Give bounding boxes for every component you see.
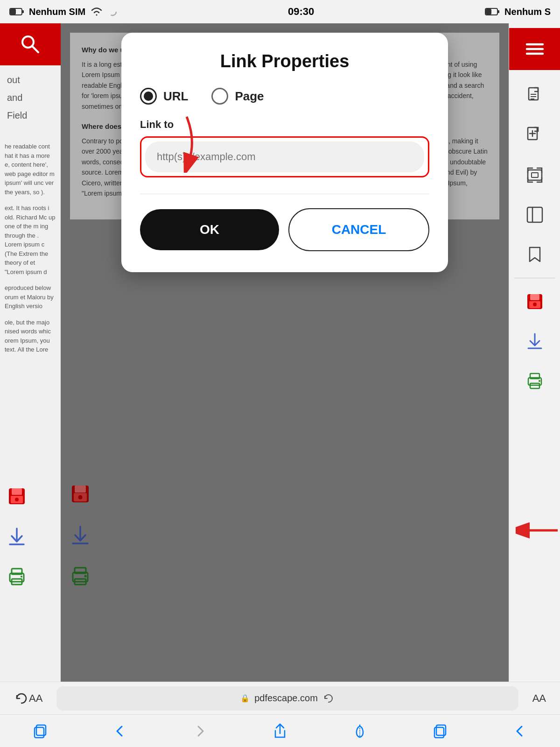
modal-divider bbox=[140, 194, 429, 194]
bookmark-icon bbox=[526, 246, 544, 263]
radio-url[interactable]: URL bbox=[140, 88, 188, 105]
refresh-left[interactable] bbox=[14, 691, 29, 706]
svg-rect-41 bbox=[532, 173, 538, 177]
svg-rect-5 bbox=[497, 10, 499, 13]
left-text-out: out bbox=[7, 75, 54, 85]
svg-rect-2 bbox=[10, 9, 16, 14]
svg-point-12 bbox=[15, 498, 19, 501]
back-icon bbox=[113, 725, 126, 738]
bottom-url-bar: AA 🔒 pdfescape.com AA bbox=[0, 682, 560, 714]
scan-icon bbox=[526, 166, 544, 184]
left-text-field: Field bbox=[7, 110, 54, 121]
download-icon-left[interactable] bbox=[7, 527, 27, 548]
url-input-wrapper bbox=[140, 136, 429, 177]
right-sidebar bbox=[509, 23, 560, 682]
aa-right[interactable]: AA bbox=[532, 692, 546, 705]
svg-line-8 bbox=[32, 46, 38, 52]
status-bar-time: 09:30 bbox=[288, 6, 314, 18]
status-bar: Nenhum SIM 09:30 Nenhum S bbox=[0, 0, 560, 23]
right-sidebar-header bbox=[509, 28, 560, 70]
svg-rect-1 bbox=[22, 10, 24, 13]
share-btn[interactable] bbox=[266, 719, 294, 743]
link-properties-modal: Link Properties URL Page Link to bbox=[121, 33, 448, 272]
url-input[interactable] bbox=[145, 141, 424, 172]
svg-point-53 bbox=[539, 380, 540, 382]
left-btn[interactable] bbox=[506, 719, 534, 743]
svg-point-47 bbox=[533, 303, 537, 306]
bottom-nav bbox=[0, 714, 560, 747]
bookmark-icon-btn[interactable] bbox=[518, 238, 551, 271]
add-document-icon-btn[interactable] bbox=[518, 119, 551, 152]
forward-icon bbox=[194, 725, 207, 738]
radio-page[interactable]: Page bbox=[211, 88, 264, 105]
add-document-icon bbox=[526, 127, 544, 144]
svg-point-3 bbox=[109, 8, 116, 15]
radio-url-circle[interactable] bbox=[140, 88, 157, 105]
share-icon bbox=[273, 723, 287, 739]
right-arrow-annotation bbox=[516, 512, 560, 551]
left-panel-content: out and Field bbox=[0, 65, 61, 137]
radio-page-label: Page bbox=[235, 89, 264, 104]
search-icon-left[interactable] bbox=[19, 33, 42, 56]
left-panel-header bbox=[0, 23, 61, 65]
panel-icon bbox=[526, 206, 544, 224]
svg-rect-45 bbox=[530, 294, 539, 300]
save-icon bbox=[526, 293, 544, 310]
refresh-in-bar[interactable] bbox=[322, 692, 335, 705]
radio-url-label: URL bbox=[163, 89, 188, 104]
scan-icon-btn[interactable] bbox=[518, 159, 551, 191]
modal-overlay: Link Properties URL Page Link to bbox=[61, 23, 509, 682]
left-action-icons bbox=[7, 486, 27, 588]
download-icon-btn[interactable] bbox=[518, 325, 551, 358]
center-area: Why do we use it? It is a long establish… bbox=[61, 23, 509, 682]
forward-btn[interactable] bbox=[186, 719, 214, 743]
refresh-icon-left[interactable] bbox=[14, 691, 29, 706]
url-text: pdfescape.com bbox=[254, 693, 318, 704]
panel-icon-btn[interactable] bbox=[518, 198, 551, 231]
svg-rect-6 bbox=[486, 9, 491, 14]
link-to-label: Link to bbox=[140, 119, 429, 131]
battery-icon bbox=[9, 7, 24, 16]
tabs-left-btn[interactable] bbox=[26, 719, 54, 743]
status-bar-left: Nenhum SIM bbox=[9, 7, 117, 17]
battery-icon-right bbox=[485, 7, 500, 16]
save-icon-btn[interactable] bbox=[518, 285, 551, 318]
download-icon bbox=[526, 332, 544, 350]
left-panel: out and Field he readable cont hat it ha… bbox=[0, 23, 61, 682]
left-panel-body: he readable cont hat it has a more e, co… bbox=[0, 137, 61, 359]
save-icon-left[interactable] bbox=[7, 486, 27, 508]
loading-icon bbox=[108, 7, 117, 16]
ok-button[interactable]: OK bbox=[140, 209, 279, 250]
books-icon bbox=[352, 723, 368, 739]
aa-left[interactable]: AA bbox=[29, 692, 42, 705]
print-icon bbox=[526, 372, 544, 390]
wifi-icon bbox=[90, 7, 103, 17]
status-bar-right: Nenhum S bbox=[485, 7, 551, 17]
modal-buttons: OK CANCEL bbox=[140, 208, 429, 251]
tabs-icon bbox=[432, 723, 448, 740]
modal-title: Link Properties bbox=[140, 51, 429, 71]
document-icon-btn[interactable] bbox=[518, 79, 551, 112]
refresh-icon-bar[interactable] bbox=[322, 692, 335, 705]
document-icon bbox=[526, 87, 544, 105]
carrier-text: Nenhum SIM bbox=[29, 7, 85, 17]
app-container: out and Field he readable cont hat it ha… bbox=[0, 23, 560, 682]
lock-icon: 🔒 bbox=[240, 694, 250, 703]
svg-point-18 bbox=[21, 576, 22, 578]
carrier-text-right: Nenhum S bbox=[504, 7, 551, 17]
copy-icon bbox=[32, 723, 49, 740]
svg-rect-42 bbox=[527, 207, 542, 222]
print-icon-left[interactable] bbox=[7, 567, 27, 588]
left-text-and: and bbox=[7, 92, 54, 103]
sidebar-divider bbox=[514, 278, 555, 278]
radio-page-circle[interactable] bbox=[211, 88, 228, 105]
cancel-button[interactable]: CANCEL bbox=[288, 208, 429, 251]
tabs-right-btn[interactable] bbox=[426, 719, 454, 743]
hamburger-icon[interactable] bbox=[525, 42, 545, 56]
url-bar[interactable]: 🔒 pdfescape.com bbox=[56, 686, 518, 711]
svg-rect-40 bbox=[528, 170, 542, 180]
svg-rect-52 bbox=[530, 383, 539, 388]
back-btn[interactable] bbox=[106, 719, 134, 743]
books-btn[interactable] bbox=[346, 719, 374, 743]
print-icon-btn[interactable] bbox=[518, 365, 551, 397]
